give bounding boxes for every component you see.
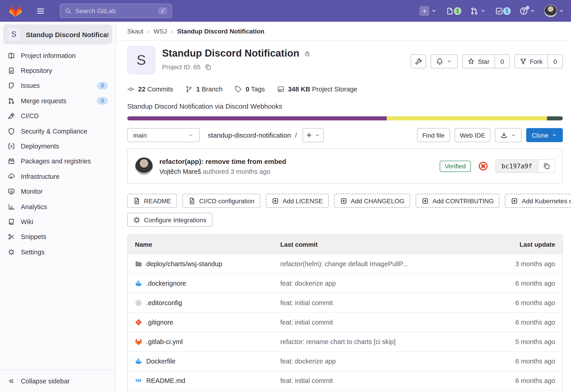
table-row[interactable]: deploy/charts/wsj-standup refactor(helm)… <box>128 254 562 273</box>
download-button[interactable] <box>495 128 522 142</box>
file-name[interactable]: .dockerignore <box>146 280 186 287</box>
docker-icon <box>135 280 142 287</box>
sidebar-item-infrastructure[interactable]: Infrastructure <box>0 169 115 184</box>
sidebar-item-snippets[interactable]: Snippets <box>0 229 115 244</box>
access-request-button[interactable] <box>411 54 426 68</box>
branch-icon <box>186 85 193 93</box>
sidebar-item-wiki[interactable]: Wiki <box>0 214 115 229</box>
branch-selector[interactable]: main <box>127 128 200 142</box>
gitlab-logo-icon[interactable] <box>9 5 22 17</box>
issues-icon <box>445 7 454 15</box>
file-last-commit[interactable]: feat: initial commit <box>280 299 485 307</box>
chevron-down-icon <box>529 8 536 14</box>
table-row[interactable]: .dockerignore feat: dockerize app 6 mont… <box>128 273 562 293</box>
commit-author[interactable]: Vojtěch Mareš <box>159 168 201 175</box>
merge-request-icon <box>8 97 15 105</box>
merge-requests-button[interactable] <box>470 7 486 15</box>
user-menu-button[interactable] <box>544 4 565 17</box>
folder-icon <box>135 260 142 267</box>
sidebar-project-context[interactable]: S Standup Discord Notificati... <box>3 25 112 44</box>
file-name[interactable]: .gitlab-ci.yml <box>146 338 183 345</box>
configure-integrations-button[interactable]: Configure Integrations <box>127 213 212 227</box>
issues-dashboard-button[interactable]: 1 <box>445 7 461 15</box>
repo-path-link[interactable]: standup-discord-notification <box>208 131 291 139</box>
find-file-button[interactable]: Find file <box>417 128 450 142</box>
sidebar-item-settings[interactable]: Settings <box>0 244 115 260</box>
file-name[interactable]: README.md <box>146 377 185 384</box>
file-last-update: 6 months ago <box>485 358 562 365</box>
plus-square-icon <box>419 6 429 16</box>
file-last-commit[interactable]: feat: initial commit <box>280 377 485 384</box>
sidebar-item-issues[interactable]: Issues 0 <box>0 78 115 94</box>
sidebar-item-repository[interactable]: Repository <box>0 63 115 78</box>
star-count[interactable]: 0 <box>495 54 510 68</box>
file-last-commit[interactable]: feat: dockerize app <box>280 280 485 287</box>
clone-button[interactable]: Clone <box>526 128 563 142</box>
cicd-configuration-button[interactable]: CI/CD configuration <box>183 194 260 208</box>
commit-icon <box>127 85 134 93</box>
table-row[interactable]: .gitlab-ci.yml refactor: rename chart to… <box>128 332 562 351</box>
file-name[interactable]: deploy/charts/wsj-standup <box>146 260 222 267</box>
fork-button[interactable]: Fork <box>514 54 548 68</box>
file-last-commit[interactable]: feat: dockerize app <box>280 358 485 365</box>
column-header-name[interactable]: Name <box>128 241 280 248</box>
pipeline-failed-icon[interactable] <box>478 161 488 171</box>
sidebar-item-analytics[interactable]: Analytics <box>0 199 115 214</box>
commit-author-avatar[interactable] <box>135 157 153 175</box>
file-icon <box>188 197 196 204</box>
branches-stat[interactable]: 1 Branch <box>186 85 223 93</box>
storage-stat[interactable]: 348 KB Project Storage <box>277 85 357 93</box>
search-input[interactable]: Search GitLab / <box>60 4 172 18</box>
project-header: S Standup Discord Notification Project I… <box>127 46 563 74</box>
fork-count[interactable]: 0 <box>548 54 563 68</box>
web-ide-button[interactable]: Web IDE <box>454 128 491 142</box>
add-contributing-button[interactable]: Add CONTRIBUTING <box>416 194 500 208</box>
chevron-down-icon <box>552 132 557 138</box>
tags-stat[interactable]: 0 Tags <box>235 85 265 93</box>
todos-button[interactable]: 1 <box>495 7 511 15</box>
sidebar-item-merge-requests[interactable]: Merge requests 0 <box>0 93 115 108</box>
add-to-repo-button[interactable] <box>302 128 324 142</box>
breadcrumb-project[interactable]: Standup Discord Notification <box>177 28 264 35</box>
add-changelog-button[interactable]: Add CHANGELOG <box>334 194 411 208</box>
collapse-sidebar-button[interactable]: Collapse sidebar <box>0 369 115 392</box>
sidebar-item-monitor[interactable]: Monitor <box>0 184 115 199</box>
file-last-commit[interactable]: feat: initial commit <box>280 319 485 326</box>
commit-message[interactable]: refactor(app): remove time from embed <box>159 157 286 165</box>
breadcrumb-subgroup[interactable]: WSJ <box>154 28 167 35</box>
copy-sha-button[interactable] <box>538 159 555 173</box>
hamburger-menu-icon[interactable] <box>36 7 45 15</box>
new-menu-button[interactable] <box>419 6 437 16</box>
sidebar-item-project-information[interactable]: Project information <box>0 48 115 63</box>
file-last-commit[interactable]: refactor(helm): change default ImagePull… <box>280 260 485 267</box>
table-row[interactable]: .gitignore feat: initial commit 6 months… <box>128 312 562 332</box>
last-commit-box: refactor(app): remove time from embed Vo… <box>127 148 563 184</box>
sidebar-item-deployments[interactable]: Deployments <box>0 139 115 154</box>
file-last-commit[interactable]: refactor: rename chart to charts [ci ski… <box>280 338 485 345</box>
sidebar-item-cicd[interactable]: CI/CD <box>0 108 115 124</box>
breadcrumb-group[interactable]: Skaut <box>127 28 143 35</box>
table-row[interactable]: Dockerfile feat: dockerize app 6 months … <box>128 351 562 371</box>
star-button[interactable]: Star <box>463 54 495 68</box>
copy-icon[interactable] <box>205 64 212 70</box>
help-menu-button[interactable] <box>519 7 536 15</box>
search-shortcut-key: / <box>158 7 167 14</box>
language-bar[interactable] <box>127 116 563 120</box>
add-license-button[interactable]: Add LICENSE <box>266 194 328 208</box>
file-name[interactable]: .gitignore <box>146 319 173 326</box>
file-name[interactable]: Dockerfile <box>146 358 175 365</box>
table-row[interactable]: README.md feat: initial commit 6 months … <box>128 371 562 390</box>
verified-badge[interactable]: Verified <box>440 160 471 172</box>
file-name[interactable]: .editorconfig <box>146 299 182 307</box>
deployments-icon <box>8 143 15 150</box>
sidebar-item-label: Security & Compliance <box>21 127 87 135</box>
notifications-button[interactable] <box>431 54 458 68</box>
add-kubernetes-cluster-button[interactable]: Add Kubernetes cluster <box>505 194 571 208</box>
sidebar-item-security-compliance[interactable]: Security & Compliance <box>0 124 115 139</box>
sidebar-item-label: CI/CD <box>21 112 39 120</box>
sidebar-item-packages-registries[interactable]: Packages and registries <box>0 154 115 169</box>
table-row[interactable]: .editorconfig feat: initial commit 6 mon… <box>128 293 562 312</box>
commits-stat[interactable]: 22 Commits <box>127 85 173 93</box>
sidebar-item-label: Analytics <box>21 203 47 210</box>
readme-button[interactable]: README <box>127 194 177 208</box>
